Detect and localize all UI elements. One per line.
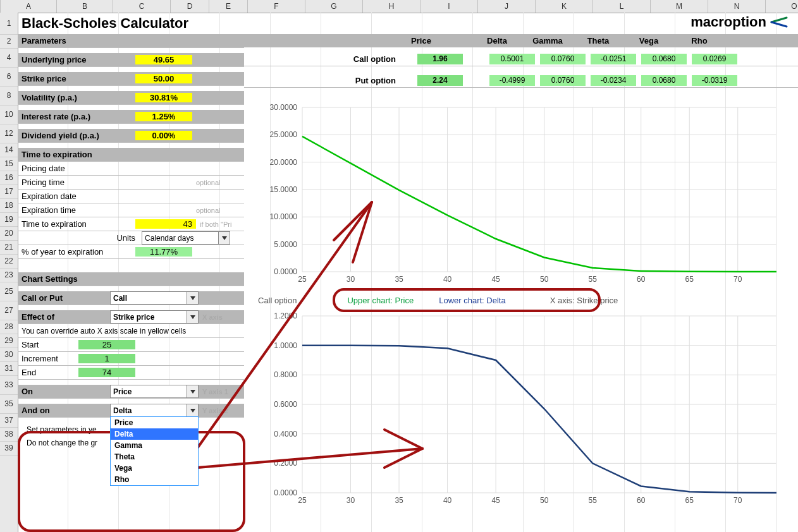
row-header-6[interactable]: 6 [0, 68, 18, 87]
row-header-14[interactable]: 14 [0, 143, 18, 157]
row-header-27[interactable]: 27 [0, 301, 18, 320]
row-header-20[interactable]: 20 [0, 227, 18, 241]
col-header-G[interactable]: G [305, 0, 363, 13]
call-put-label: Call or Put [21, 293, 63, 303]
col-header-C[interactable]: C [113, 0, 171, 13]
col-header-D[interactable]: D [171, 0, 209, 13]
row-header-28[interactable]: 28 [0, 320, 18, 334]
col-delta: Delta [472, 36, 522, 45]
dropdown-option-vega[interactable]: Vega [111, 462, 198, 474]
start-auto: 25 [78, 340, 135, 349]
call-theta: -0.0251 [591, 54, 636, 64]
row-header-10[interactable]: 10 [0, 106, 18, 124]
row-header-15[interactable]: 15 [0, 157, 18, 171]
row-header-18[interactable]: 18 [0, 199, 18, 213]
chevron-down-icon [187, 311, 198, 323]
row-header-22[interactable]: 22 [0, 255, 18, 269]
row-header-25[interactable]: 25 [0, 282, 18, 301]
dropdown-option-theta[interactable]: Theta [111, 451, 198, 462]
volatility-label: Volatility (p.a.) [21, 93, 77, 102]
chevron-down-icon [187, 404, 198, 416]
call-delta: 0.5001 [489, 54, 535, 64]
units-dropdown[interactable]: Calendar days [142, 231, 230, 245]
svg-text:0.0000: 0.0000 [274, 488, 297, 497]
exp-date-label: Expiration date [18, 191, 135, 201]
svg-text:40: 40 [443, 275, 452, 284]
call-vega: 0.0680 [641, 54, 687, 64]
tte-input[interactable]: 43 [135, 219, 196, 229]
col-header-B[interactable]: B [57, 0, 113, 13]
dropdown-option-gamma[interactable]: Gamma [111, 440, 198, 451]
dividend-input[interactable]: 0.00% [135, 131, 192, 140]
dropdown-option-rho[interactable]: Rho [111, 474, 198, 485]
row-header-31[interactable]: 31 [0, 362, 18, 376]
svg-text:0.8000: 0.8000 [274, 370, 297, 379]
row-header-33[interactable]: 33 [0, 376, 18, 395]
row-header-16[interactable]: 16 [0, 171, 18, 185]
call-put-dropdown[interactable]: Call [110, 291, 199, 305]
row-header-4[interactable]: 4 [0, 49, 18, 68]
row-header-1[interactable]: 1 [0, 13, 18, 35]
svg-text:30.0000: 30.0000 [270, 103, 298, 112]
col-header-I[interactable]: I [420, 0, 478, 13]
row-header-35[interactable]: 35 [0, 395, 18, 414]
dropdown-option-delta[interactable]: Delta [111, 428, 198, 440]
and-on-dropdown-list[interactable]: PriceDeltaGammaThetaVegaRho [110, 416, 199, 486]
brand-logo: macroption [691, 14, 788, 30]
col-rho: Rho [674, 36, 725, 45]
col-header-O[interactable]: O [766, 0, 798, 13]
col-header-M[interactable]: M [651, 0, 708, 13]
lower-chart: 0.00000.20000.40000.60000.80001.00001.20… [258, 310, 789, 512]
svg-text:50: 50 [540, 496, 549, 505]
row-header-19[interactable]: 19 [0, 213, 18, 227]
row-header-37[interactable]: 37 [0, 414, 18, 428]
row-header-30[interactable]: 30 [0, 348, 18, 362]
parameters-header: Parameters [18, 36, 135, 45]
rate-input[interactable]: 1.25% [135, 112, 192, 121]
put-theta: -0.0234 [591, 75, 636, 86]
col-header-L[interactable]: L [593, 0, 651, 13]
svg-text:70: 70 [734, 496, 742, 505]
strike-input[interactable]: 50.00 [135, 74, 192, 83]
legend-upper: Upper chart: Price [347, 296, 414, 305]
svg-text:45: 45 [491, 275, 500, 284]
footer-note-1: Set parameters in ye [18, 425, 97, 434]
svg-text:1.0000: 1.0000 [274, 341, 297, 350]
col-header-A[interactable]: A [1, 0, 57, 13]
col-header-N[interactable]: N [708, 0, 766, 13]
row-header-12[interactable]: 12 [0, 124, 18, 143]
put-price: 2.24 [417, 75, 463, 86]
call-gamma: 0.0760 [540, 54, 586, 64]
end-label: End [18, 368, 78, 377]
col-header-J[interactable]: J [478, 0, 536, 13]
volatility-input[interactable]: 30.81% [135, 93, 192, 102]
increment-auto: 1 [78, 354, 135, 363]
row-header-29[interactable]: 29 [0, 334, 18, 348]
col-header-F[interactable]: F [248, 0, 305, 13]
row-header-2[interactable]: 2 [0, 35, 18, 49]
row-header-39[interactable]: 39 [0, 442, 18, 456]
and-on-label: And on [21, 406, 50, 415]
row-header-17[interactable]: 17 [0, 185, 18, 199]
svg-text:35: 35 [395, 275, 403, 284]
row-header-23[interactable]: 23 [0, 269, 18, 282]
dropdown-option-price[interactable]: Price [111, 417, 198, 428]
col-header-E[interactable]: E [209, 0, 248, 13]
axis-note: You can override auto X axis scale in ye… [18, 327, 186, 336]
svg-text:55: 55 [589, 275, 598, 284]
col-header-H[interactable]: H [363, 0, 420, 13]
col-header-K[interactable]: K [536, 0, 593, 13]
chevron-down-icon [187, 385, 198, 397]
footer-note-2: Do not change the gr [18, 438, 97, 447]
underlying-input[interactable]: 49.65 [135, 55, 192, 64]
page-title: Black-Scholes Calculator [18, 13, 244, 34]
pricing-time-label: Pricing time [18, 178, 135, 187]
call-price: 1.96 [417, 54, 463, 64]
dividend-label: Dividend yield (p.a.) [21, 131, 99, 140]
and-on-dropdown[interactable]: Delta [110, 404, 199, 417]
effect-of-dropdown[interactable]: Strike price [110, 310, 199, 323]
on-dropdown[interactable]: Price [110, 385, 199, 398]
row-header-8[interactable]: 8 [0, 87, 18, 106]
row-header-38[interactable]: 38 [0, 428, 18, 442]
row-header-21[interactable]: 21 [0, 241, 18, 255]
